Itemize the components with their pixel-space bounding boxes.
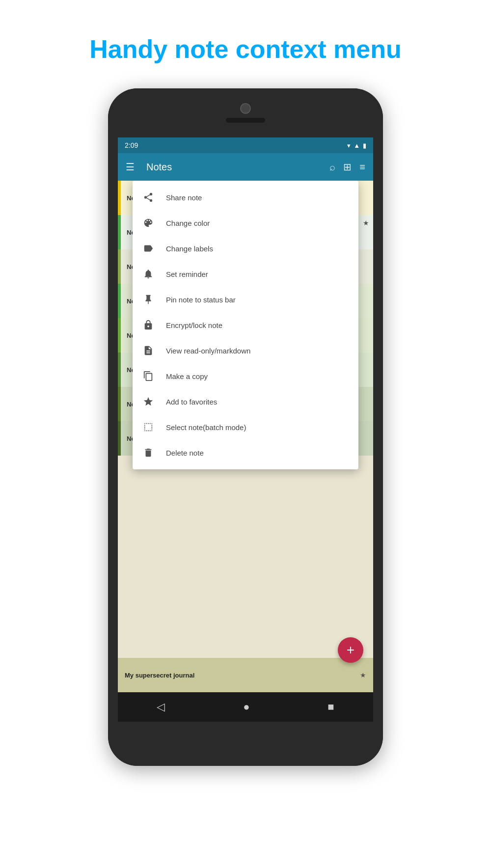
phone-top bbox=[108, 88, 383, 137]
share-icon bbox=[142, 191, 154, 203]
markdown-label: View read-only/markdown bbox=[166, 347, 250, 355]
menu-item-encrypt[interactable]: Encrypt/lock note bbox=[133, 312, 358, 338]
menu-item-reminder[interactable]: Set reminder bbox=[133, 261, 358, 287]
battery-icon: ▮ bbox=[363, 142, 366, 149]
reminder-label: Set reminder bbox=[166, 270, 208, 278]
bottom-note-star: ★ bbox=[360, 671, 366, 679]
copy-label: Make a copy bbox=[166, 372, 208, 380]
wifi-icon: ▾ bbox=[347, 142, 351, 149]
copy-icon bbox=[142, 370, 154, 382]
pin-label: Pin note to status bar bbox=[166, 296, 236, 304]
select-icon bbox=[142, 421, 154, 433]
page-title: Handy note context menu bbox=[0, 34, 491, 64]
description-icon bbox=[142, 345, 154, 356]
camera-notch bbox=[240, 103, 251, 114]
app-bar-title: Notes bbox=[146, 162, 322, 173]
delete-label: Delete note bbox=[166, 449, 204, 457]
bottom-note: My supersecret journal ★ bbox=[118, 658, 373, 692]
delete-icon bbox=[142, 447, 154, 459]
speaker bbox=[226, 118, 265, 123]
content-area: Note 1 Note 2 ★ Note 3 bbox=[118, 181, 373, 692]
search-icon[interactable]: ⌕ bbox=[329, 162, 335, 173]
phone-frame: 2:09 ▾ ▲ ▮ ☰ Notes ⌕ ⊞ ≡ Note 1 bbox=[108, 88, 383, 766]
menu-item-color[interactable]: Change color bbox=[133, 210, 358, 236]
app-bar: ☰ Notes ⌕ ⊞ ≡ bbox=[118, 153, 373, 181]
pin-icon bbox=[142, 294, 154, 305]
label-icon bbox=[142, 243, 154, 254]
phone-screen: 2:09 ▾ ▲ ▮ ☰ Notes ⌕ ⊞ ≡ Note 1 bbox=[118, 137, 373, 722]
share-label: Share note bbox=[166, 193, 202, 202]
fab-add-button[interactable]: + bbox=[338, 637, 363, 663]
status-icons: ▾ ▲ ▮ bbox=[347, 142, 366, 149]
menu-item-pin[interactable]: Pin note to status bar bbox=[133, 287, 358, 312]
labels-label: Change labels bbox=[166, 244, 213, 253]
menu-item-copy[interactable]: Make a copy bbox=[133, 363, 358, 389]
grid-icon[interactable]: ⊞ bbox=[343, 161, 352, 173]
palette-icon bbox=[142, 217, 154, 229]
favorites-label: Add to favorites bbox=[166, 398, 217, 406]
menu-item-batch[interactable]: Select note(batch mode) bbox=[133, 414, 358, 440]
back-button[interactable]: ◁ bbox=[157, 701, 165, 713]
lock-icon bbox=[142, 319, 154, 331]
recent-button[interactable]: ■ bbox=[327, 701, 334, 713]
signal-icon: ▲ bbox=[354, 142, 360, 149]
bottom-note-title: My supersecret journal bbox=[125, 672, 194, 679]
menu-item-delete[interactable]: Delete note bbox=[133, 440, 358, 465]
star-icon bbox=[142, 396, 154, 407]
menu-item-markdown[interactable]: View read-only/markdown bbox=[133, 338, 358, 363]
menu-item-favorites[interactable]: Add to favorites bbox=[133, 389, 358, 414]
phone-chin bbox=[108, 722, 383, 766]
home-button[interactable]: ● bbox=[243, 701, 249, 713]
phone-nav-bar: ◁ ● ■ bbox=[118, 692, 373, 722]
menu-item-share[interactable]: Share note bbox=[133, 185, 358, 210]
menu-item-labels[interactable]: Change labels bbox=[133, 236, 358, 261]
batch-label: Select note(batch mode) bbox=[166, 423, 246, 432]
encrypt-label: Encrypt/lock note bbox=[166, 321, 222, 329]
status-bar: 2:09 ▾ ▲ ▮ bbox=[118, 137, 373, 153]
filter-icon[interactable]: ≡ bbox=[359, 162, 365, 173]
menu-icon[interactable]: ☰ bbox=[126, 161, 135, 173]
status-time: 2:09 bbox=[125, 141, 138, 149]
color-label: Change color bbox=[166, 219, 210, 227]
alarm-icon bbox=[142, 268, 154, 280]
context-menu: Share note Change color bbox=[133, 181, 358, 469]
